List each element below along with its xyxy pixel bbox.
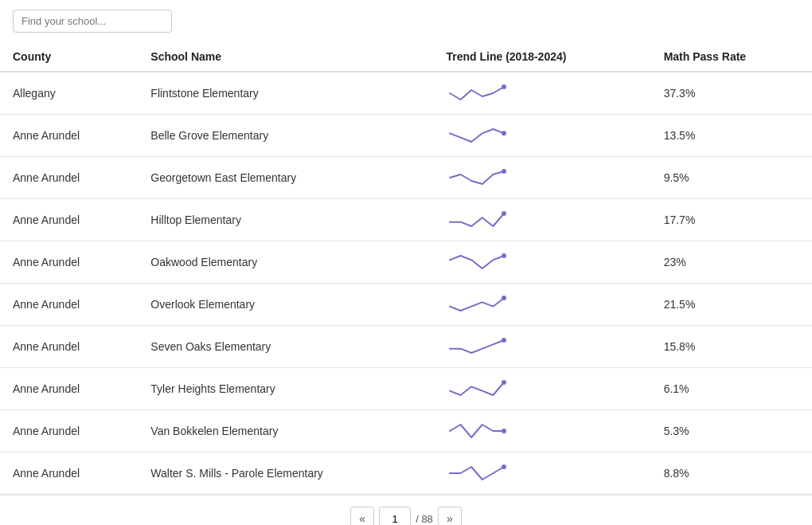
svg-point-0 <box>502 84 506 89</box>
math-pass-rate-header: Math Pass Rate <box>651 42 812 72</box>
county-cell: Allegany <box>0 72 138 115</box>
trend-cell <box>433 410 650 453</box>
table-row: Anne ArundelOverlook Elementary21.5% <box>0 284 812 326</box>
math-pass-rate-cell: 21.5% <box>651 284 812 326</box>
county-cell: Anne Arundel <box>0 157 138 199</box>
table-row: Anne ArundelVan Bokkelen Elementary5.3% <box>0 410 812 453</box>
trend-sparkline <box>446 210 509 229</box>
table-row: Anne ArundelOakwood Elementary23% <box>0 241 812 284</box>
trend-cell <box>433 241 650 284</box>
total-pages: / 88 <box>416 513 433 525</box>
trend-cell <box>433 72 650 115</box>
svg-point-3 <box>502 211 506 216</box>
svg-point-9 <box>502 464 506 469</box>
table-row: Anne ArundelGeorgetown East Elementary9.… <box>0 157 812 199</box>
trend-sparkline <box>446 253 509 272</box>
math-pass-rate-cell: 17.7% <box>651 199 812 241</box>
school-name-cell: Overlook Elementary <box>138 284 433 326</box>
school-name-cell: Flintstone Elementary <box>138 72 433 115</box>
table-row: Anne ArundelBelle Grove Elementary13.5% <box>0 115 812 157</box>
trend-sparkline <box>446 84 509 103</box>
search-container <box>0 0 812 42</box>
trend-sparkline <box>446 464 509 483</box>
table-row: Anne ArundelWalter S. Mills - Parole Ele… <box>0 453 812 495</box>
trend-cell <box>433 326 650 368</box>
svg-point-7 <box>502 380 506 385</box>
school-name-cell: Tyler Heights Elementary <box>138 368 433 410</box>
school-name-cell: Van Bokkelen Elementary <box>138 410 433 453</box>
county-cell: Anne Arundel <box>0 199 138 241</box>
search-input[interactable] <box>13 10 172 33</box>
math-pass-rate-cell: 23% <box>651 241 812 284</box>
county-cell: Anne Arundel <box>0 241 138 284</box>
school-name-cell: Walter S. Mills - Parole Elementary <box>138 453 433 495</box>
trend-cell <box>433 368 650 410</box>
trend-cell <box>433 157 650 199</box>
table-header-row: County School Name Trend Line (2018-2024… <box>0 42 812 72</box>
trend-sparkline <box>446 126 509 145</box>
county-cell: Anne Arundel <box>0 115 138 157</box>
table-container: County School Name Trend Line (2018-2024… <box>0 42 812 495</box>
county-cell: Anne Arundel <box>0 410 138 453</box>
school-name-header: School Name <box>138 42 433 72</box>
prev-page-button[interactable]: « <box>350 507 374 525</box>
school-name-cell: Belle Grove Elementary <box>138 115 433 157</box>
svg-point-8 <box>502 429 506 433</box>
pagination: « / 88 » <box>0 495 812 525</box>
school-name-cell: Georgetown East Elementary <box>138 157 433 199</box>
next-page-button[interactable]: » <box>438 507 462 525</box>
school-name-cell: Hilltop Elementary <box>138 199 433 241</box>
table-row: Anne ArundelTyler Heights Elementary6.1% <box>0 368 812 410</box>
table-row: Anne ArundelSeven Oaks Elementary15.8% <box>0 326 812 368</box>
school-name-cell: Seven Oaks Elementary <box>138 326 433 368</box>
trend-cell <box>433 115 650 157</box>
county-cell: Anne Arundel <box>0 326 138 368</box>
trend-cell <box>433 453 650 495</box>
county-cell: Anne Arundel <box>0 368 138 410</box>
svg-point-6 <box>502 338 506 343</box>
trend-sparkline <box>446 295 509 314</box>
trend-line-header: Trend Line (2018-2024) <box>433 42 650 72</box>
math-pass-rate-cell: 5.3% <box>651 410 812 453</box>
page-number-input[interactable] <box>379 507 411 525</box>
table-row: AlleganyFlintstone Elementary37.3% <box>0 72 812 115</box>
math-pass-rate-cell: 13.5% <box>651 115 812 157</box>
schools-table: County School Name Trend Line (2018-2024… <box>0 42 812 495</box>
school-name-cell: Oakwood Elementary <box>138 241 433 284</box>
county-cell: Anne Arundel <box>0 453 138 495</box>
table-row: Anne ArundelHilltop Elementary17.7% <box>0 199 812 241</box>
svg-point-1 <box>502 131 506 135</box>
math-pass-rate-cell: 6.1% <box>651 368 812 410</box>
trend-cell <box>433 199 650 241</box>
math-pass-rate-cell: 37.3% <box>651 72 812 115</box>
svg-point-4 <box>502 253 506 258</box>
math-pass-rate-cell: 8.8% <box>651 453 812 495</box>
math-pass-rate-cell: 9.5% <box>651 157 812 199</box>
trend-sparkline <box>446 337 509 356</box>
svg-point-5 <box>502 296 506 300</box>
math-pass-rate-cell: 15.8% <box>651 326 812 368</box>
county-header: County <box>0 42 138 72</box>
trend-sparkline <box>446 421 509 441</box>
trend-cell <box>433 284 650 326</box>
svg-point-2 <box>502 169 506 174</box>
trend-sparkline <box>446 379 509 398</box>
county-cell: Anne Arundel <box>0 284 138 326</box>
trend-sparkline <box>446 168 509 187</box>
